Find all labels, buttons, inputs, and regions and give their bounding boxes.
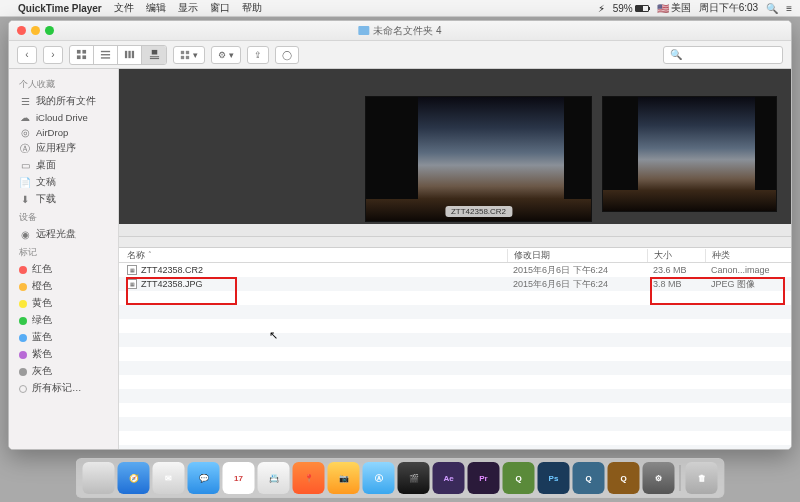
dock-item-😀[interactable]: [83, 462, 115, 494]
dock-item-q2[interactable]: Q: [573, 462, 605, 494]
svg-rect-9: [132, 51, 134, 58]
icon-view-button[interactable]: [70, 46, 94, 64]
sidebar-item-desktop[interactable]: ▭桌面: [9, 157, 118, 174]
dock-item-contacts[interactable]: 📇: [258, 462, 290, 494]
sidebar-tag-item[interactable]: 黄色: [9, 295, 118, 312]
sidebar-tag-item[interactable]: 红色: [9, 261, 118, 278]
column-header-kind[interactable]: 种类: [705, 249, 791, 262]
file-row[interactable]: ▦ZTT42358.JPG2015年6月6日 下午6:243.8 MBJPEG …: [119, 277, 791, 291]
tag-icon: ◯: [282, 50, 292, 60]
menubar-app-name[interactable]: QuickTime Player: [18, 3, 102, 14]
sidebar-item-airdrop[interactable]: ◎AirDrop: [9, 125, 118, 140]
dock-item-messages[interactable]: 💬: [188, 462, 220, 494]
sidebar-item-label: 应用程序: [36, 142, 76, 155]
coverflow-view-button[interactable]: [142, 46, 166, 64]
menu-view[interactable]: 显示: [178, 1, 198, 15]
dock-item-safari[interactable]: 🧭: [118, 462, 150, 494]
dock-item-ps[interactable]: Ps: [538, 462, 570, 494]
file-row[interactable]: ▦ZTT42358.CR22015年6月6日 下午6:2423.6 MBCano…: [119, 263, 791, 277]
search-icon: 🔍: [670, 49, 682, 60]
apps-icon: Ⓐ: [19, 143, 31, 154]
sidebar-item-remote-disc[interactable]: ◉远程光盘: [9, 226, 118, 243]
svg-rect-3: [82, 55, 86, 59]
share-button[interactable]: ⇪: [247, 46, 269, 64]
sidebar-tag-item[interactable]: 绿色: [9, 312, 118, 329]
close-button[interactable]: [17, 26, 26, 35]
dock-item-trash[interactable]: 🗑: [686, 462, 718, 494]
input-source[interactable]: 🇺🇸 美国: [657, 1, 691, 15]
spotlight-icon[interactable]: 🔍: [766, 3, 778, 14]
dock-item-photos[interactable]: 📷: [328, 462, 360, 494]
dock-item-appstore[interactable]: Ⓐ: [363, 462, 395, 494]
menu-edit[interactable]: 编辑: [146, 1, 166, 15]
file-size: 3.8 MB: [647, 279, 705, 289]
view-mode-segmented[interactable]: [69, 45, 167, 65]
sidebar-item-all-files[interactable]: ☰我的所有文件: [9, 93, 118, 110]
share-icon: ⇪: [254, 50, 262, 60]
sidebar-item-label: 下载: [36, 193, 56, 206]
sidebar-item-icloud[interactable]: ☁︎iCloud Drive: [9, 110, 118, 125]
menu-help[interactable]: 帮助: [242, 1, 262, 15]
sidebar-item-label: 桌面: [36, 159, 56, 172]
desktop-icon: ▭: [19, 160, 31, 171]
back-button[interactable]: ‹: [17, 46, 37, 64]
svg-rect-15: [181, 55, 184, 58]
minimize-button[interactable]: [31, 26, 40, 35]
file-name: ZTT42358.JPG: [141, 279, 203, 289]
dock-item-calendar[interactable]: 17: [223, 462, 255, 494]
dock-item-fcp[interactable]: 🎬: [398, 462, 430, 494]
finder-toolbar: ‹ › ▾ ⚙︎▾ ⇪ ◯ 🔍: [9, 41, 791, 69]
dock-item-maps[interactable]: 📍: [293, 462, 325, 494]
svg-rect-7: [125, 51, 127, 58]
dock-item-mail[interactable]: ✉︎: [153, 462, 185, 494]
list-view-button[interactable]: [94, 46, 118, 64]
dock-item-settings[interactable]: ⚙︎: [643, 462, 675, 494]
list-header: 名称˄ 修改日期 大小 种类: [119, 248, 791, 263]
zoom-button[interactable]: [45, 26, 54, 35]
downloads-icon: ⬇︎: [19, 194, 31, 205]
sidebar-item-apps[interactable]: Ⓐ应用程序: [9, 140, 118, 157]
sidebar-tag-item[interactable]: 紫色: [9, 346, 118, 363]
dock-item-q3[interactable]: Q: [608, 462, 640, 494]
column-view-button[interactable]: [118, 46, 142, 64]
sidebar-header-favorites: 个人收藏: [9, 75, 118, 93]
sidebar-header-tags: 标记: [9, 243, 118, 261]
titlebar[interactable]: 未命名文件夹 4: [9, 21, 791, 41]
tag-color-dot: [19, 368, 27, 376]
sidebar-tag-item[interactable]: 所有标记…: [9, 380, 118, 397]
coverflow-preview[interactable]: ZTT42358.CR2: [119, 69, 791, 236]
notification-center-icon[interactable]: ≡: [786, 3, 792, 14]
svg-rect-14: [186, 50, 189, 53]
column-header-date[interactable]: 修改日期: [507, 249, 647, 262]
search-input[interactable]: [682, 49, 776, 60]
wifi-icon[interactable]: ⚡︎: [598, 3, 605, 14]
dock-item-pr[interactable]: Pr: [468, 462, 500, 494]
menu-file[interactable]: 文件: [114, 1, 134, 15]
menu-window[interactable]: 窗口: [210, 1, 230, 15]
system-menubar: QuickTime Player 文件 编辑 显示 窗口 帮助 ⚡︎ 59% 🇺…: [0, 0, 800, 17]
column-header-name[interactable]: 名称˄: [119, 249, 507, 262]
airdrop-icon: ◎: [19, 127, 31, 138]
column-header-size[interactable]: 大小: [647, 249, 705, 262]
sidebar-tag-item[interactable]: 橙色: [9, 278, 118, 295]
forward-button[interactable]: ›: [43, 46, 63, 64]
sidebar-tag-item[interactable]: 灰色: [9, 363, 118, 380]
battery-status[interactable]: 59%: [613, 3, 649, 14]
sidebar-tag-item[interactable]: 蓝色: [9, 329, 118, 346]
svg-rect-4: [101, 51, 110, 52]
sidebar-item-downloads[interactable]: ⬇︎下载: [9, 191, 118, 208]
arrange-button[interactable]: ▾: [173, 46, 205, 64]
menubar-clock[interactable]: 周日下午6:03: [699, 1, 758, 15]
dock-item-q1[interactable]: Q: [503, 462, 535, 494]
sidebar-item-documents[interactable]: 📄文稿: [9, 174, 118, 191]
search-field[interactable]: 🔍: [663, 46, 783, 64]
preview-filename-label: ZTT42358.CR2: [445, 206, 512, 217]
coverflow-scrollbar[interactable]: [119, 224, 791, 236]
gear-icon: ⚙︎: [218, 50, 226, 60]
preview-thumbnail-selected[interactable]: ZTT42358.CR2: [365, 96, 592, 222]
file-date: 2015年6月6日 下午6:24: [507, 278, 647, 291]
tags-button[interactable]: ◯: [275, 46, 299, 64]
dock-item-ae[interactable]: Ae: [433, 462, 465, 494]
action-button[interactable]: ⚙︎▾: [211, 46, 241, 64]
preview-thumbnail-next[interactable]: [602, 96, 777, 212]
